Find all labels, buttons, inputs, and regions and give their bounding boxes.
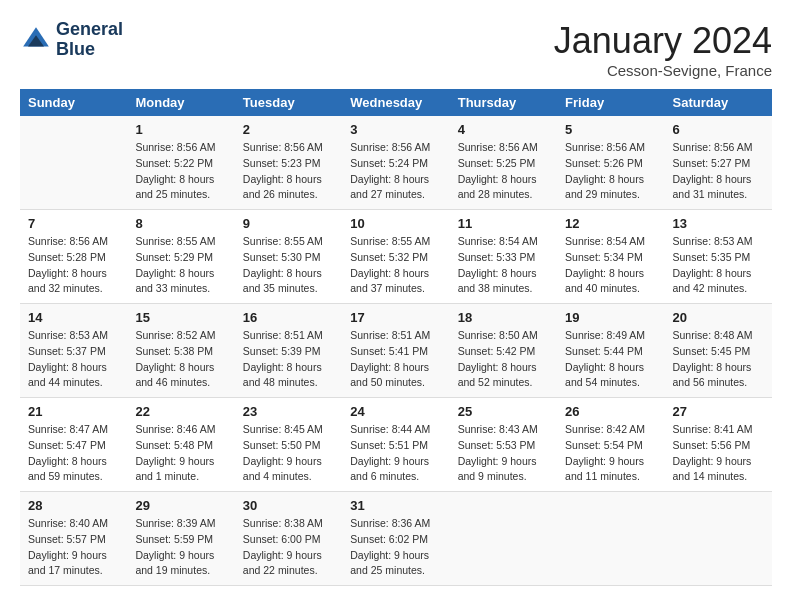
day-number: 2 [243, 122, 334, 137]
day-number: 21 [28, 404, 119, 419]
weekday-header-tuesday: Tuesday [235, 89, 342, 116]
day-info: Sunrise: 8:41 AMSunset: 5:56 PMDaylight:… [673, 422, 764, 485]
day-info: Sunrise: 8:55 AMSunset: 5:29 PMDaylight:… [135, 234, 226, 297]
day-number: 16 [243, 310, 334, 325]
day-cell: 13Sunrise: 8:53 AMSunset: 5:35 PMDayligh… [665, 210, 772, 304]
day-number: 20 [673, 310, 764, 325]
title-block: January 2024 Cesson-Sevigne, France [554, 20, 772, 79]
day-number: 22 [135, 404, 226, 419]
day-cell: 23Sunrise: 8:45 AMSunset: 5:50 PMDayligh… [235, 398, 342, 492]
day-cell [665, 492, 772, 586]
day-info: Sunrise: 8:46 AMSunset: 5:48 PMDaylight:… [135, 422, 226, 485]
day-info: Sunrise: 8:47 AMSunset: 5:47 PMDaylight:… [28, 422, 119, 485]
day-cell: 31Sunrise: 8:36 AMSunset: 6:02 PMDayligh… [342, 492, 449, 586]
day-number: 8 [135, 216, 226, 231]
day-number: 30 [243, 498, 334, 513]
day-cell: 17Sunrise: 8:51 AMSunset: 5:41 PMDayligh… [342, 304, 449, 398]
calendar-table: SundayMondayTuesdayWednesdayThursdayFrid… [20, 89, 772, 586]
week-row-5: 28Sunrise: 8:40 AMSunset: 5:57 PMDayligh… [20, 492, 772, 586]
day-cell: 16Sunrise: 8:51 AMSunset: 5:39 PMDayligh… [235, 304, 342, 398]
day-info: Sunrise: 8:39 AMSunset: 5:59 PMDaylight:… [135, 516, 226, 579]
day-number: 7 [28, 216, 119, 231]
day-info: Sunrise: 8:42 AMSunset: 5:54 PMDaylight:… [565, 422, 656, 485]
week-row-1: 1Sunrise: 8:56 AMSunset: 5:22 PMDaylight… [20, 116, 772, 210]
day-cell: 2Sunrise: 8:56 AMSunset: 5:23 PMDaylight… [235, 116, 342, 210]
day-info: Sunrise: 8:53 AMSunset: 5:35 PMDaylight:… [673, 234, 764, 297]
weekday-header-sunday: Sunday [20, 89, 127, 116]
day-cell: 12Sunrise: 8:54 AMSunset: 5:34 PMDayligh… [557, 210, 664, 304]
calendar-title: January 2024 [554, 20, 772, 62]
calendar-subtitle: Cesson-Sevigne, France [554, 62, 772, 79]
day-info: Sunrise: 8:54 AMSunset: 5:34 PMDaylight:… [565, 234, 656, 297]
day-cell: 11Sunrise: 8:54 AMSunset: 5:33 PMDayligh… [450, 210, 557, 304]
day-info: Sunrise: 8:52 AMSunset: 5:38 PMDaylight:… [135, 328, 226, 391]
day-cell: 4Sunrise: 8:56 AMSunset: 5:25 PMDaylight… [450, 116, 557, 210]
day-info: Sunrise: 8:56 AMSunset: 5:23 PMDaylight:… [243, 140, 334, 203]
day-info: Sunrise: 8:56 AMSunset: 5:28 PMDaylight:… [28, 234, 119, 297]
day-number: 28 [28, 498, 119, 513]
logo-text: General Blue [56, 20, 123, 60]
day-cell: 19Sunrise: 8:49 AMSunset: 5:44 PMDayligh… [557, 304, 664, 398]
day-info: Sunrise: 8:51 AMSunset: 5:41 PMDaylight:… [350, 328, 441, 391]
day-number: 10 [350, 216, 441, 231]
day-number: 18 [458, 310, 549, 325]
weekday-header-thursday: Thursday [450, 89, 557, 116]
day-number: 23 [243, 404, 334, 419]
day-number: 4 [458, 122, 549, 137]
day-info: Sunrise: 8:56 AMSunset: 5:25 PMDaylight:… [458, 140, 549, 203]
day-info: Sunrise: 8:48 AMSunset: 5:45 PMDaylight:… [673, 328, 764, 391]
day-info: Sunrise: 8:54 AMSunset: 5:33 PMDaylight:… [458, 234, 549, 297]
day-cell: 14Sunrise: 8:53 AMSunset: 5:37 PMDayligh… [20, 304, 127, 398]
day-number: 27 [673, 404, 764, 419]
day-number: 5 [565, 122, 656, 137]
week-row-4: 21Sunrise: 8:47 AMSunset: 5:47 PMDayligh… [20, 398, 772, 492]
day-number: 11 [458, 216, 549, 231]
day-info: Sunrise: 8:56 AMSunset: 5:24 PMDaylight:… [350, 140, 441, 203]
day-number: 9 [243, 216, 334, 231]
day-cell: 25Sunrise: 8:43 AMSunset: 5:53 PMDayligh… [450, 398, 557, 492]
day-cell: 6Sunrise: 8:56 AMSunset: 5:27 PMDaylight… [665, 116, 772, 210]
day-info: Sunrise: 8:55 AMSunset: 5:30 PMDaylight:… [243, 234, 334, 297]
day-cell: 26Sunrise: 8:42 AMSunset: 5:54 PMDayligh… [557, 398, 664, 492]
weekday-header-friday: Friday [557, 89, 664, 116]
day-number: 13 [673, 216, 764, 231]
day-number: 15 [135, 310, 226, 325]
day-cell: 21Sunrise: 8:47 AMSunset: 5:47 PMDayligh… [20, 398, 127, 492]
page-header: General Blue January 2024 Cesson-Sevigne… [20, 20, 772, 79]
day-info: Sunrise: 8:43 AMSunset: 5:53 PMDaylight:… [458, 422, 549, 485]
day-info: Sunrise: 8:49 AMSunset: 5:44 PMDaylight:… [565, 328, 656, 391]
day-cell [557, 492, 664, 586]
day-info: Sunrise: 8:36 AMSunset: 6:02 PMDaylight:… [350, 516, 441, 579]
day-number: 12 [565, 216, 656, 231]
day-number: 1 [135, 122, 226, 137]
day-cell [20, 116, 127, 210]
day-info: Sunrise: 8:45 AMSunset: 5:50 PMDaylight:… [243, 422, 334, 485]
day-cell: 24Sunrise: 8:44 AMSunset: 5:51 PMDayligh… [342, 398, 449, 492]
day-number: 24 [350, 404, 441, 419]
day-info: Sunrise: 8:51 AMSunset: 5:39 PMDaylight:… [243, 328, 334, 391]
day-number: 25 [458, 404, 549, 419]
day-cell: 5Sunrise: 8:56 AMSunset: 5:26 PMDaylight… [557, 116, 664, 210]
day-cell: 22Sunrise: 8:46 AMSunset: 5:48 PMDayligh… [127, 398, 234, 492]
day-info: Sunrise: 8:44 AMSunset: 5:51 PMDaylight:… [350, 422, 441, 485]
day-number: 19 [565, 310, 656, 325]
day-cell: 30Sunrise: 8:38 AMSunset: 6:00 PMDayligh… [235, 492, 342, 586]
day-info: Sunrise: 8:56 AMSunset: 5:26 PMDaylight:… [565, 140, 656, 203]
day-info: Sunrise: 8:40 AMSunset: 5:57 PMDaylight:… [28, 516, 119, 579]
day-number: 3 [350, 122, 441, 137]
day-cell: 8Sunrise: 8:55 AMSunset: 5:29 PMDaylight… [127, 210, 234, 304]
day-number: 17 [350, 310, 441, 325]
weekday-header-saturday: Saturday [665, 89, 772, 116]
weekday-header-wednesday: Wednesday [342, 89, 449, 116]
day-cell: 3Sunrise: 8:56 AMSunset: 5:24 PMDaylight… [342, 116, 449, 210]
day-cell: 28Sunrise: 8:40 AMSunset: 5:57 PMDayligh… [20, 492, 127, 586]
day-info: Sunrise: 8:56 AMSunset: 5:22 PMDaylight:… [135, 140, 226, 203]
day-info: Sunrise: 8:56 AMSunset: 5:27 PMDaylight:… [673, 140, 764, 203]
day-cell: 20Sunrise: 8:48 AMSunset: 5:45 PMDayligh… [665, 304, 772, 398]
weekday-header-row: SundayMondayTuesdayWednesdayThursdayFrid… [20, 89, 772, 116]
day-cell: 18Sunrise: 8:50 AMSunset: 5:42 PMDayligh… [450, 304, 557, 398]
day-cell: 7Sunrise: 8:56 AMSunset: 5:28 PMDaylight… [20, 210, 127, 304]
day-info: Sunrise: 8:50 AMSunset: 5:42 PMDaylight:… [458, 328, 549, 391]
day-number: 14 [28, 310, 119, 325]
day-info: Sunrise: 8:55 AMSunset: 5:32 PMDaylight:… [350, 234, 441, 297]
